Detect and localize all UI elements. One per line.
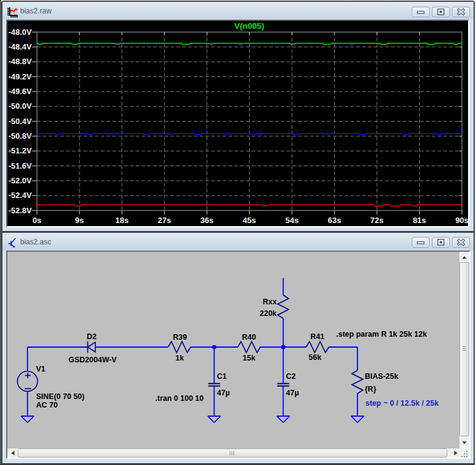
svg-text:45s: 45s [243,216,256,225]
svg-text:GSD2004W-V: GSD2004W-V [68,356,117,364]
svg-text:-50.0V: -50.0V [9,101,32,111]
svg-text:-49.6V: -49.6V [9,87,32,96]
svg-text:0s: 0s [32,216,41,225]
svg-text:-50.4V: -50.4V [9,117,32,126]
svg-text:V1: V1 [36,365,45,373]
svg-text:63s: 63s [328,216,342,225]
svg-text:54s: 54s [285,216,299,225]
svg-text:R41: R41 [310,332,324,341]
svg-text:AC 70: AC 70 [36,401,57,409]
svg-text:-52.0V: -52.0V [9,176,32,185]
svg-text:SINE(0 70 50): SINE(0 70 50) [36,392,84,401]
svg-text:27s: 27s [158,216,171,225]
svg-text:.step param R 1k 25k 12k: .step param R 1k 25k 12k [336,330,427,339]
svg-text:9s: 9s [75,216,84,225]
svg-text:-51.2V: -51.2V [9,146,32,155]
svg-text:R40: R40 [242,333,256,342]
svg-text:1k: 1k [175,354,184,362]
svg-text:D2: D2 [87,332,97,341]
svg-text:-52.8V: -52.8V [9,206,32,215]
svg-text:-49.2V: -49.2V [9,72,32,81]
svg-text:Rxx: Rxx [263,298,277,306]
svg-text:81s: 81s [413,216,427,225]
svg-text:15k: 15k [243,354,255,362]
svg-text:18s: 18s [115,216,129,225]
svg-text:47µ: 47µ [286,389,299,397]
svg-text:220k: 220k [260,309,277,318]
svg-text:C2: C2 [286,372,296,381]
svg-text:.tran 0 100 10: .tran 0 100 10 [155,394,203,403]
svg-text:BIAS-25k: BIAS-25k [365,372,398,381]
svg-text:-50.8V: -50.8V [9,131,32,141]
svg-text:R39: R39 [173,333,187,342]
svg-text:-48.8V: -48.8V [9,57,32,66]
svg-text:36s: 36s [200,216,214,225]
svg-text:-51.6V: -51.6V [9,161,32,170]
svg-text:step ~ 0 / 12.5k / 25k: step ~ 0 / 12.5k / 25k [365,399,439,408]
svg-text:V(n005): V(n005) [235,21,265,31]
svg-text:-52.4V: -52.4V [9,191,32,200]
svg-text:90s: 90s [455,216,468,225]
svg-text:56k: 56k [309,353,321,362]
svg-text:72s: 72s [370,216,384,225]
svg-text:{R}: {R} [365,385,376,394]
svg-text:-48.0V: -48.0V [9,27,32,37]
svg-text:-48.4V: -48.4V [9,42,32,51]
svg-text:47µ: 47µ [217,389,230,397]
svg-text:C1: C1 [217,372,227,381]
